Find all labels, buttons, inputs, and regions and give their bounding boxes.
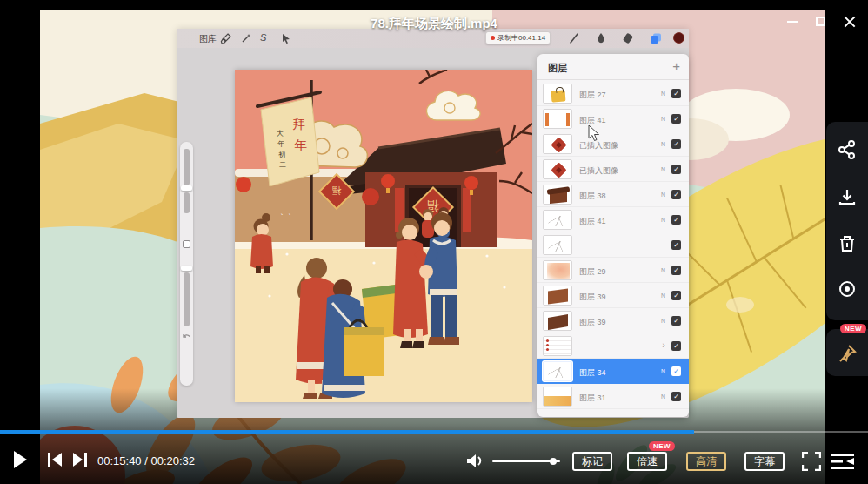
opacity-slider[interactable]	[184, 272, 190, 326]
layer-row[interactable]: 图层 41 N ✓	[537, 106, 689, 131]
hd-button[interactable]: 高清	[686, 452, 726, 471]
layer-thumbnail[interactable]	[543, 361, 572, 381]
selection-s-icon[interactable]: S	[260, 32, 272, 44]
layer-blend-mode[interactable]: ›	[662, 339, 665, 350]
color-well[interactable]	[673, 32, 684, 44]
volume-knob[interactable]	[550, 458, 557, 465]
layer-thumbnail[interactable]	[543, 109, 572, 129]
layer-blend-mode[interactable]: N	[661, 217, 665, 223]
minimize-icon[interactable]	[785, 14, 801, 30]
layer-visibility-checkbox[interactable]: ✓	[671, 114, 681, 124]
layer-thumbnail[interactable]	[543, 185, 572, 205]
layer-row[interactable]: 图层 29 N ✓	[537, 258, 689, 283]
progress-bar[interactable]	[0, 430, 868, 434]
volume-slider[interactable]	[492, 460, 560, 462]
brush-size-slider-lower[interactable]	[184, 192, 190, 213]
layers-icon[interactable]	[650, 32, 662, 44]
layers-list: 图层 27 N ✓ 图层 41 N ✓ 已插入图像 N ✓ 已插入图像 N ✓ …	[537, 81, 689, 409]
layer-visibility-checkbox[interactable]: ✓	[671, 316, 681, 326]
layer-blend-mode[interactable]: N	[661, 91, 665, 97]
magic-wand-icon[interactable]	[240, 32, 252, 44]
canvas-artwork[interactable]: 福 福	[235, 70, 532, 402]
layer-visibility-checkbox[interactable]: ✓	[671, 190, 681, 199]
layer-label: 图层 38	[579, 191, 606, 202]
layer-visibility-checkbox[interactable]: ✓	[671, 366, 681, 376]
layer-blend-mode[interactable]: N	[661, 192, 665, 198]
undo-icon[interactable]	[182, 332, 191, 341]
layer-blend-mode[interactable]: N	[661, 267, 665, 273]
prev-icon[interactable]	[48, 453, 63, 467]
layer-row[interactable]: 图层 41 N ✓	[537, 207, 689, 232]
brush-icon[interactable]	[595, 32, 607, 44]
brush-sidebar	[180, 142, 193, 386]
download-icon[interactable]	[837, 187, 858, 208]
transform-arrow-icon[interactable]	[280, 32, 292, 44]
layer-row[interactable]: 已插入图像 N ✓	[537, 157, 689, 182]
banner-main-text: 拜	[293, 117, 306, 131]
close-icon[interactable]	[842, 14, 858, 30]
layer-row[interactable]: 图层 34 N ✓	[537, 359, 689, 384]
layer-row[interactable]: ✓	[537, 232, 689, 258]
share-icon[interactable]	[837, 139, 858, 160]
layer-visibility-checkbox[interactable]: ✓	[671, 341, 681, 351]
layer-thumbnail[interactable]	[543, 286, 572, 306]
layer-blend-mode[interactable]: N	[661, 393, 665, 400]
layer-thumbnail[interactable]	[543, 311, 572, 331]
gallery-button[interactable]: 图库	[199, 33, 217, 45]
layer-blend-mode[interactable]: N	[661, 116, 665, 122]
recording-time: 录制中00:41:14	[497, 33, 545, 43]
layer-visibility-checkbox[interactable]: ✓	[671, 240, 681, 250]
layer-blend-mode[interactable]: N	[661, 318, 665, 324]
layer-row[interactable]: 图层 39 N ✓	[537, 308, 689, 333]
layer-blend-mode[interactable]: N	[661, 292, 665, 299]
playlist-icon[interactable]	[831, 453, 854, 470]
layer-row[interactable]: 图层 38 N ✓	[537, 182, 689, 207]
modify-button[interactable]	[183, 240, 190, 248]
layer-thumbnail[interactable]	[543, 210, 572, 230]
layer-blend-mode[interactable]: N	[661, 166, 665, 172]
layer-row[interactable]: 图层 27 N ✓	[537, 81, 689, 106]
trash-icon[interactable]	[837, 233, 858, 254]
layer-visibility-checkbox[interactable]: ✓	[671, 139, 681, 149]
time-display: 00:15:40 / 00:20:32	[97, 454, 195, 467]
record-target-icon[interactable]	[837, 279, 858, 299]
layer-visibility-checkbox[interactable]: ✓	[671, 291, 681, 300]
layer-visibility-checkbox[interactable]: ✓	[671, 89, 681, 98]
layer-row[interactable]: 图层 39 N ✓	[537, 283, 689, 308]
layer-blend-mode[interactable]: N	[661, 141, 665, 147]
brush-size-handle[interactable]	[181, 185, 192, 191]
speed-button[interactable]: 倍速	[627, 452, 667, 471]
layer-thumbnail[interactable]	[543, 84, 572, 104]
recording-badge: 录制中00:41:14	[485, 31, 551, 44]
layer-thumbnail[interactable]	[543, 235, 572, 255]
layer-thumbnail[interactable]	[543, 159, 572, 179]
brush-size-slider[interactable]	[184, 149, 190, 185]
layer-thumbnail[interactable]	[543, 336, 572, 356]
mark-button[interactable]: 标记	[572, 452, 612, 471]
layer-thumbnail[interactable]	[543, 387, 572, 407]
eraser-icon[interactable]	[622, 32, 634, 44]
layer-visibility-checkbox[interactable]: ✓	[671, 266, 681, 275]
fullscreen-icon[interactable]	[802, 452, 821, 471]
layer-visibility-checkbox[interactable]: ✓	[671, 392, 681, 401]
volume-icon[interactable]	[466, 454, 484, 468]
opacity-handle[interactable]	[181, 266, 192, 271]
pencil-icon[interactable]	[568, 32, 580, 44]
maximize-icon[interactable]	[813, 14, 829, 30]
play-icon[interactable]	[12, 450, 28, 469]
layer-row[interactable]: 已插入图像 N ✓	[537, 131, 689, 157]
pin-icon[interactable]	[837, 343, 858, 364]
layer-row[interactable]: › ✓	[537, 333, 689, 359]
subtitle-button[interactable]: 字幕	[744, 452, 785, 471]
layer-label: 图层 39	[579, 317, 606, 328]
layer-visibility-checkbox[interactable]: ✓	[671, 215, 681, 225]
layer-thumbnail[interactable]	[543, 260, 572, 280]
next-icon[interactable]	[72, 453, 87, 467]
layer-blend-mode[interactable]: N	[661, 368, 665, 374]
add-layer-button[interactable]: +	[672, 58, 680, 73]
layer-visibility-checkbox[interactable]: ✓	[671, 165, 681, 174]
progress-fill	[0, 430, 694, 434]
wrench-icon[interactable]	[220, 32, 232, 44]
layer-thumbnail[interactable]	[543, 134, 572, 154]
layer-row[interactable]: 图层 31 N ✓	[537, 384, 689, 409]
